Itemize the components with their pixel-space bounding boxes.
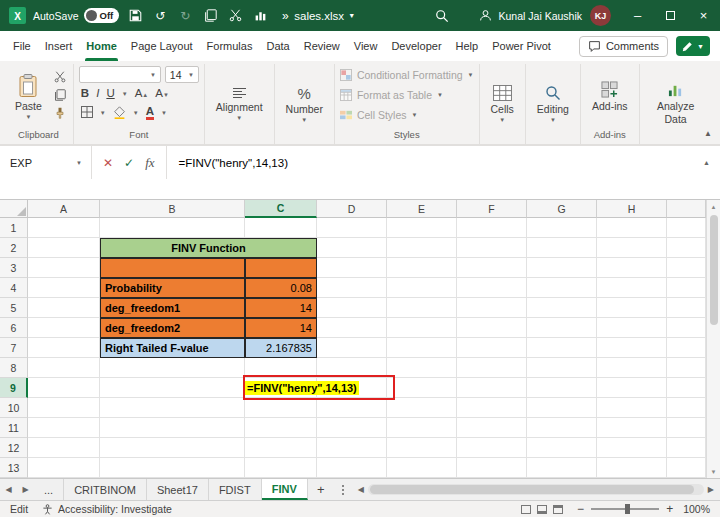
cell[interactable] (387, 318, 457, 338)
sheet-options-button[interactable] (334, 479, 352, 500)
cell[interactable] (387, 258, 457, 278)
cell[interactable] (317, 238, 387, 258)
number-button[interactable]: % Number ▼ (280, 66, 329, 142)
active-cell[interactable]: =FINV("henry",14,13) (245, 378, 317, 398)
column-header-g[interactable]: G (527, 200, 597, 218)
sheet-nav-right-button[interactable]: ▶ (17, 479, 34, 500)
column-header-a[interactable]: A (28, 200, 100, 218)
name-box[interactable]: EXP ▼ (0, 146, 92, 179)
horizontal-scrollbar[interactable]: ◀ ▶ (352, 479, 720, 500)
tab-review[interactable]: Review (297, 31, 347, 61)
cell[interactable] (597, 238, 667, 258)
cell[interactable] (387, 338, 457, 358)
cell[interactable] (457, 238, 527, 258)
sheet-tab-sheet17[interactable]: Sheet17 (147, 479, 209, 500)
cell[interactable] (597, 258, 667, 278)
cell[interactable] (387, 418, 457, 438)
cell[interactable] (597, 358, 667, 378)
cell[interactable] (597, 398, 667, 418)
cell[interactable] (28, 358, 100, 378)
cell[interactable] (667, 358, 706, 378)
table-value-cell[interactable]: 14 (245, 298, 317, 318)
sheet-nav-left-button[interactable]: ◀ (0, 479, 17, 500)
font-color-button[interactable]: A (146, 106, 154, 121)
tab-power-pivot[interactable]: Power Pivot (485, 31, 558, 61)
cell[interactable] (28, 258, 100, 278)
scroll-left-button[interactable]: ◀ (358, 485, 364, 494)
cell[interactable] (317, 318, 387, 338)
cell[interactable] (100, 378, 245, 398)
row-header-10[interactable]: 10 (0, 398, 28, 418)
cell[interactable] (527, 298, 597, 318)
fill-color-button[interactable] (113, 106, 126, 121)
cell[interactable] (457, 298, 527, 318)
copy-icon[interactable] (201, 7, 219, 25)
row-header-8[interactable]: 8 (0, 358, 28, 378)
cell[interactable] (387, 398, 457, 418)
collapse-ribbon-button[interactable]: ▲ (704, 129, 712, 138)
table-label-cell[interactable]: deg_freedom2 (100, 318, 245, 338)
table-title-cell[interactable]: FINV Function (100, 238, 317, 258)
row-header-3[interactable]: 3 (0, 258, 28, 278)
cell[interactable] (597, 378, 667, 398)
cell[interactable] (28, 298, 100, 318)
add-ins-button[interactable]: Add-ins (586, 66, 634, 127)
tab-insert[interactable]: Insert (38, 31, 80, 61)
cells-button[interactable]: Cells ▼ (485, 66, 520, 142)
column-header-d[interactable]: D (317, 200, 387, 218)
zoom-in-button[interactable]: + (662, 502, 677, 516)
row-header-5[interactable]: 5 (0, 298, 28, 318)
tab-developer[interactable]: Developer (384, 31, 448, 61)
row-header-11[interactable]: 11 (0, 418, 28, 438)
tab-help[interactable]: Help (449, 31, 486, 61)
cell[interactable] (317, 418, 387, 438)
cell[interactable] (28, 238, 100, 258)
insert-function-button[interactable]: fx (145, 155, 154, 171)
row-header-1[interactable]: 1 (0, 218, 28, 238)
cut-button[interactable] (53, 70, 68, 83)
cell[interactable] (245, 218, 317, 238)
decrease-font-button[interactable]: A▼ (155, 88, 169, 100)
cell[interactable] (527, 238, 597, 258)
cell[interactable] (317, 338, 387, 358)
cell[interactable] (667, 218, 706, 238)
copy-button[interactable] (53, 88, 68, 101)
column-header-e[interactable]: E (387, 200, 457, 218)
filename[interactable]: sales.xlsx▼ (294, 10, 355, 22)
cell[interactable] (457, 458, 527, 478)
vertical-scrollbar[interactable]: ▲ ▼ (706, 200, 720, 478)
cell[interactable] (387, 378, 457, 398)
cell[interactable] (527, 218, 597, 238)
cell[interactable] (597, 458, 667, 478)
cell[interactable] (100, 438, 245, 458)
analyze-data-button[interactable]: Analyze Data (645, 66, 707, 142)
share-button[interactable]: ▼ (676, 36, 710, 56)
avatar[interactable]: KJ (590, 5, 611, 26)
cell[interactable] (387, 438, 457, 458)
cell[interactable] (100, 358, 245, 378)
font-size-combo[interactable]: 14▼ (165, 66, 199, 83)
column-header-c[interactable]: C (245, 200, 317, 218)
cell[interactable] (667, 298, 706, 318)
cell[interactable] (457, 318, 527, 338)
cell[interactable] (245, 398, 317, 418)
undo-button[interactable]: ↺ (151, 7, 169, 25)
tab-file[interactable]: File (6, 31, 38, 61)
redo-button[interactable]: ↻ (176, 7, 194, 25)
cell[interactable] (387, 458, 457, 478)
zoom-out-button[interactable]: − (573, 502, 588, 516)
cell[interactable] (28, 458, 100, 478)
cell[interactable] (28, 338, 100, 358)
row-header-6[interactable]: 6 (0, 318, 28, 338)
excel-logo-icon[interactable]: X (8, 7, 26, 25)
table-label-cell[interactable]: Right Tailed F-value (100, 338, 245, 358)
format-painter-button[interactable] (53, 106, 68, 119)
cell[interactable] (667, 438, 706, 458)
cell[interactable] (527, 358, 597, 378)
cell[interactable] (317, 278, 387, 298)
cell[interactable] (317, 218, 387, 238)
maximize-button[interactable] (654, 0, 687, 31)
cell[interactable] (527, 378, 597, 398)
column-header-f[interactable]: F (457, 200, 527, 218)
row-header-7[interactable]: 7 (0, 338, 28, 358)
